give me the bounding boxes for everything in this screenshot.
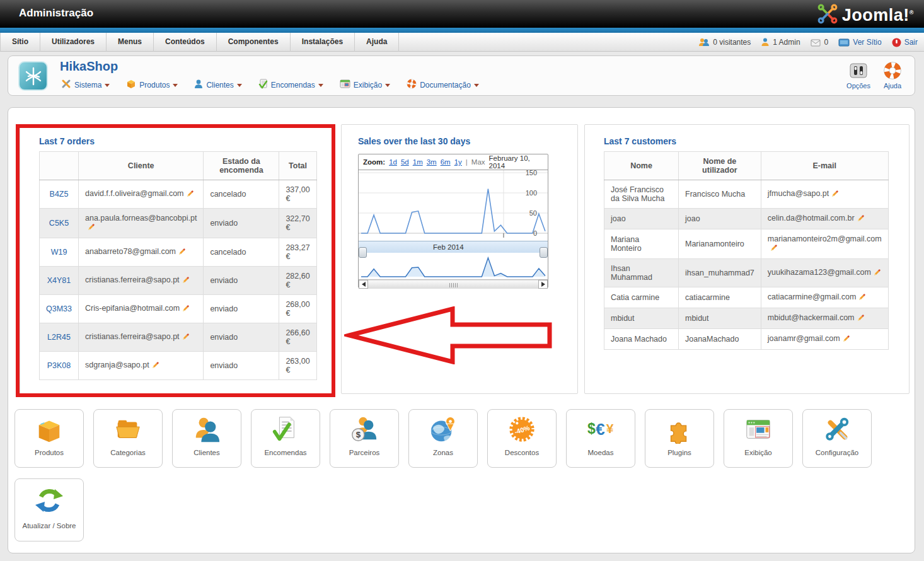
edit-pencil-icon[interactable] [186, 189, 194, 199]
order-total-cell: 268,00 € [279, 295, 316, 323]
hikashop-menu-produtos[interactable]: Produtos [126, 79, 178, 91]
edit-pencil-icon[interactable] [182, 275, 190, 286]
shortcut-parceiros[interactable]: $Parceiros [330, 409, 399, 468]
mail-icon [811, 38, 821, 47]
shortcut-zonas[interactable]: Zonas [408, 409, 478, 468]
menubar-item-ajuda[interactable]: Ajuda [355, 33, 399, 52]
x-axis-label: Feb 2014 [359, 241, 548, 253]
shortcut-exibicao[interactable]: Exibição [724, 409, 793, 468]
menubar-item-instalacoes[interactable]: Instalações [291, 33, 355, 52]
zoom-range-6m[interactable]: 6m [441, 158, 451, 166]
edit-pencil-icon[interactable] [858, 292, 866, 303]
scrollbar-right-button[interactable] [538, 280, 548, 289]
edit-pencil-icon[interactable] [873, 268, 881, 278]
navigator-right-handle[interactable] [540, 247, 548, 258]
shortcut-categorias[interactable]: Categorias [93, 409, 163, 468]
shortcut-clientes[interactable]: Clientes [172, 409, 241, 468]
blue-divider [0, 28, 924, 33]
table-row: mbidutmbidutmbidut@hackermail.com [604, 308, 889, 329]
plugins-icon [645, 410, 713, 449]
visitors-status[interactable]: 0 visitantes [698, 38, 751, 47]
logout-icon [892, 38, 901, 47]
svg-text:0: 0 [533, 229, 537, 237]
order-status-cell: enviado [204, 209, 279, 238]
chevron-down-icon [173, 84, 178, 87]
exibicao-icon [724, 410, 792, 449]
customer-email-cell: marianamonteiro2m@gmail.com [761, 229, 888, 259]
customer-name-cell: Joana Machado [604, 329, 679, 350]
opcoes-button[interactable]: Opções [846, 61, 870, 90]
order-code-cell: P3K08 [40, 352, 79, 380]
shortcut-encomendas[interactable]: Encomendas [251, 409, 320, 468]
configuracao-icon [803, 410, 871, 449]
zoom-range-5d[interactable]: 5d [401, 158, 409, 166]
logout-link[interactable]: Sair [892, 38, 918, 47]
hikashop-menu-documentacao[interactable]: Documentação [407, 79, 479, 91]
table-row: B4Z5david.f.f.oliveira@gmail.comcancelad… [40, 180, 317, 209]
hikashop-menu-encomendas[interactable]: Encomendas [258, 79, 323, 91]
shortcut-descontos[interactable]: -40%Descontos [487, 409, 557, 468]
toolbar-separator: | [466, 158, 468, 166]
edit-pencil-icon[interactable] [87, 223, 95, 233]
shortcut-produtos[interactable]: Produtos [14, 409, 84, 468]
scrollbar-grip[interactable] [449, 283, 458, 287]
edit-pencil-icon[interactable] [182, 304, 190, 314]
edit-pencil-icon[interactable] [770, 243, 778, 253]
shortcut-plugins[interactable]: Plugins [645, 409, 714, 468]
order-code-link[interactable]: X4Y81 [47, 276, 71, 285]
svg-text:$: $ [587, 420, 596, 437]
order-code-link[interactable]: W19 [51, 248, 67, 257]
table-row: L2R45cristianas.ferreira@sapo.ptenviado2… [40, 323, 317, 352]
edit-pencil-icon[interactable] [151, 361, 159, 371]
zoom-range-3m[interactable]: 3m [427, 158, 437, 166]
navigator-left-handle[interactable] [359, 247, 367, 258]
order-code-link[interactable]: P3K08 [47, 361, 71, 370]
view-site-link[interactable]: Ver Sítio [838, 38, 881, 47]
order-code-link[interactable]: B4Z5 [50, 190, 69, 199]
order-code-link[interactable]: C5K5 [49, 219, 69, 228]
chart-plot-area: 050100150 [359, 170, 548, 241]
menubar-item-menus[interactable]: Menus [107, 33, 154, 52]
ajuda-button[interactable]: Ajuda [883, 61, 902, 90]
chevron-down-icon [385, 84, 390, 87]
shortcut-moedas[interactable]: $€¥Moedas [566, 409, 635, 468]
table-row: joaojoaocelin.da@hotmail.com.br [604, 209, 889, 229]
zoom-range-1m[interactable]: 1m [413, 158, 423, 166]
customer-name-cell: José Francisco da Silva Mucha [604, 180, 679, 209]
customer-email-cell: catiacarmine@gmail.com [761, 287, 888, 308]
order-code-cell: B4Z5 [40, 180, 79, 209]
scrollbar-track[interactable] [368, 280, 538, 289]
order-status-cell: enviado [204, 323, 279, 352]
menubar-item-utilizadores[interactable]: Utilizadores [40, 33, 107, 52]
hikashop-menu: SistemaProdutosClientesEncomendasExibiçã… [61, 79, 479, 91]
scrollbar-left-button[interactable] [359, 280, 368, 289]
menubar-item-sitio[interactable]: Sítio [0, 33, 40, 52]
help-icon [883, 61, 902, 81]
edit-pencil-icon[interactable] [857, 313, 865, 323]
last-customers-panel: Last 7 customers NomeNome de utilizadorE… [584, 124, 910, 394]
shortcut-configuracao[interactable]: Configuração [802, 409, 872, 468]
order-code-link[interactable]: L2R45 [47, 333, 71, 342]
zoom-range-1d[interactable]: 1d [389, 158, 397, 166]
hikashop-menu-clientes[interactable]: Clientes [194, 79, 241, 91]
menubar-item-conteudos[interactable]: Conteúdos [154, 33, 217, 52]
zoom-max-link[interactable]: Max [471, 158, 485, 166]
messages-status[interactable]: 0 [811, 38, 829, 47]
edit-pencil-icon[interactable] [842, 334, 850, 344]
atualizar-icon [15, 479, 83, 522]
edit-pencil-icon[interactable] [182, 332, 190, 342]
edit-pencil-icon[interactable] [178, 247, 186, 257]
edit-pencil-icon[interactable] [831, 189, 839, 199]
hikashop-menu-exibicao[interactable]: Exibição [340, 79, 390, 91]
edit-pencil-icon[interactable] [857, 214, 865, 224]
svg-text:€: € [596, 420, 604, 438]
zoom-range-1y[interactable]: 1y [454, 158, 462, 166]
customer-username-cell: joao [679, 209, 761, 229]
admins-status[interactable]: 1 Admin [761, 38, 800, 47]
order-code-link[interactable]: Q3M33 [46, 304, 72, 313]
hikashop-menu-sistema[interactable]: Sistema [61, 79, 110, 91]
menubar-item-componentes[interactable]: Componentes [217, 33, 291, 52]
shortcut-atualizar[interactable]: Atualizar / Sobre [14, 478, 84, 541]
chart-navigator[interactable] [359, 253, 548, 279]
customer-name-cell: Catia carmine [604, 287, 679, 308]
